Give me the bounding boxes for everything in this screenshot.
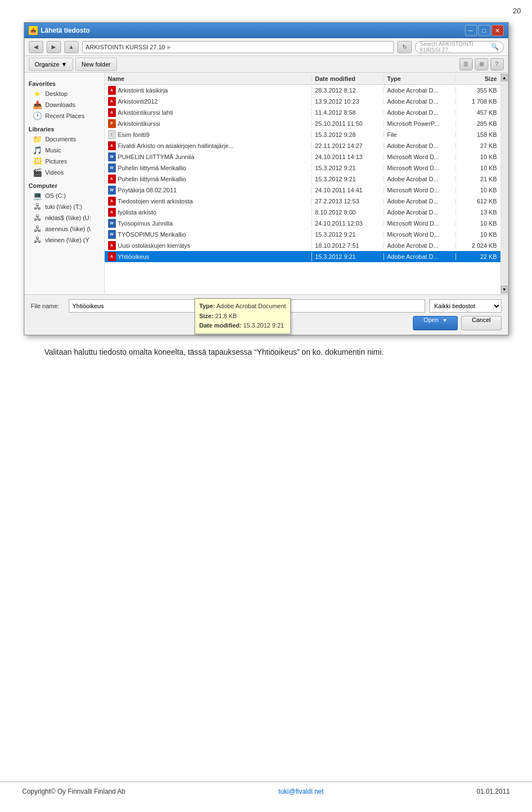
folder-download-icon: 📥 [33,101,42,109]
table-row[interactable]: W PUHELIN LIITTYMÄ Junnila 24.10.2011 14… [105,151,500,162]
table-row[interactable]: W Pöytäkirja 08.02.2011 24.10.2011 14:41… [105,185,500,196]
email-link[interactable]: tuki@fivaldi.net [278,788,324,795]
file-name-text: Arkistointi käsikirja [118,87,168,94]
new-folder-label: New folder [81,61,111,68]
file-date-cell: 24.10.2011 14:41 [312,187,384,193]
file-name-text: Puhelin liittymä Merikallio [118,165,187,171]
sidebar-item-pictures[interactable]: 🖼 Pictures [24,156,104,167]
recent-icon: 🕐 [33,112,42,120]
file-name-text: Fivaldi Arkisto on asiakirjojen hallinta… [118,142,234,149]
filetype-select[interactable]: Kaikki tiedostot [429,299,502,313]
word-icon: W [108,164,116,172]
file-name-cell: A Tiedostojen vienti arkistosta [105,197,312,206]
sidebar-item-recent-places[interactable]: 🕐 Recent Places [24,110,104,121]
table-row[interactable]: A Tiedostojen vienti arkistosta 27.2.201… [105,196,500,207]
table-row[interactable]: W Työsopimus Junnilla 24.10.2011 12:03 M… [105,218,500,229]
file-size-cell: 457 KB [456,109,500,116]
new-folder-button[interactable]: New folder [75,58,117,71]
col-header-name[interactable]: Name [105,75,312,82]
table-row[interactable]: f Esim fontti9 15.3.2012 9:28 File 158 K… [105,129,500,140]
file-icon: f [108,130,116,139]
sidebar: Favorites ★ Desktop 📥 Downloads 🕐 Recent… [24,73,105,294]
file-size-cell: 355 KB [456,87,500,94]
dialog-body: Favorites ★ Desktop 📥 Downloads 🕐 Recent… [24,73,508,294]
file-name-text: Työsopimus Junnilla [118,220,173,227]
file-type-cell: Microsoft Word D... [384,154,456,160]
file-size-cell: 10 KB [456,231,500,238]
table-row[interactable]: W TYÖSOPIMUS Merikallio 15.3.2012 9:21 M… [105,229,500,240]
file-size-cell: 22 KB [456,253,500,260]
file-date-cell: 15.3.2012 9:21 [312,231,384,238]
table-row[interactable]: A Arkistointi käsikirja 28.3.2012 8:12 A… [105,85,500,96]
filename-row: File name: Kaikki tiedostot Type: Adobe … [31,299,502,313]
search-box[interactable]: Search ARKISTOINTI KURSSI 27... 🔍 [415,41,504,53]
file-date-cell: 15.3.2012 9:28 [312,131,384,138]
forward-button[interactable]: ▶ [47,41,61,53]
network-icon: 🖧 [33,214,42,222]
word-icon: W [108,186,116,195]
network-icon: 🖧 [33,203,42,211]
sidebar-item-tuki[interactable]: 🖧 tuki (\\ike) (T:) [24,201,104,212]
file-type-cell: Adobe Acrobat D... [384,142,456,149]
ppt-icon: P [108,119,116,128]
table-row[interactable]: A Uusi ostolaskujen kierrätys 18.10.2012… [105,240,500,251]
col-header-type[interactable]: Type [384,75,456,82]
sidebar-item-music[interactable]: 🎵 Music [24,145,104,156]
view-icons-button[interactable]: ⊞ [475,58,488,70]
file-name-text: Yhtiöoikeus [118,253,150,260]
sidebar-item-documents[interactable]: 📁 Documents [24,134,104,145]
address-bar: ◀ ▶ ▲ ARKISTOINTI KURSSI 27.10 ▶ ↻ Searc… [24,38,508,56]
table-row[interactable]: A Arkistointikurssi lahti 11.4.2012 8:58… [105,107,500,118]
file-list: A Arkistointi käsikirja 28.3.2012 8:12 A… [105,85,500,294]
file-size-cell: 10 KB [456,187,500,193]
tooltip-type: Type: Adobe Acrobat Document [200,302,286,311]
sidebar-item-osc[interactable]: 💻 OS (C:) [24,190,104,201]
file-name-text: Uusi ostolaskujen kierrätys [118,242,191,249]
open-button[interactable]: Open ▼ [413,316,458,330]
address-path[interactable]: ARKISTOINTI KURSSI 27.10 ▶ [82,41,394,53]
refresh-button[interactable]: ↻ [397,41,412,53]
scrollbar[interactable]: ▲ ▼ [500,73,508,294]
file-date-cell: 22.11.2012 14:27 [312,142,384,149]
file-type-cell: Adobe Acrobat D... [384,87,456,94]
table-row[interactable]: A Yhtiöoikeus 15.3.2012 9:21 Adobe Acrob… [105,251,500,262]
file-name-text: Arkistointi2012 [118,98,158,105]
maximize-button[interactable]: □ [478,25,490,36]
table-row[interactable]: A Puhelin liittymä Merikallio 15.3.2012 … [105,173,500,185]
table-row[interactable]: W Puhelin liittymä Merikallio 15.3.2012 … [105,162,500,173]
organize-label: Organize ▼ [35,61,68,68]
sidebar-item-label: niklas$ (\\ike) (U: [45,215,91,221]
col-header-size[interactable]: Size [456,75,500,82]
help-button[interactable]: ? [490,58,504,70]
file-date-cell: 24.10.2011 12:03 [312,220,384,227]
file-size-cell: 21 KB [456,176,500,182]
table-row[interactable]: A työlista arkisto 8.10.2012 8:00 Adobe … [105,207,500,218]
sidebar-item-label: Desktop [45,90,68,97]
table-row[interactable]: A Arkistointi2012 13.9.2012 10:23 Adobe … [105,96,500,107]
favorites-title: Favorites [24,79,104,88]
title-bar-buttons: ─ □ ✕ [465,25,504,36]
col-header-date[interactable]: Date modified [312,75,384,82]
file-date-cell: 8.10.2012 8:00 [312,209,384,216]
sidebar-item-desktop[interactable]: ★ Desktop [24,88,104,99]
file-type-cell: Adobe Acrobat D... [384,98,456,105]
sidebar-item-vleinen[interactable]: 🖧 vleinen (\\ike) (Y [24,234,104,246]
organize-button[interactable]: Organize ▼ [29,58,74,71]
close-button[interactable]: ✕ [492,25,504,36]
sidebar-item-downloads[interactable]: 📥 Downloads [24,99,104,110]
up-button[interactable]: ▲ [64,41,79,53]
view-details-button[interactable]: ☰ [459,58,473,70]
back-button[interactable]: ◀ [29,41,43,53]
table-row[interactable]: A Fivaldi Arkisto on asiakirjojen hallin… [105,140,500,151]
tooltip-popup: Type: Adobe Acrobat Document Size: 21,8 … [195,298,291,334]
file-name-cell: W TYÖSOPIMUS Merikallio [105,230,312,239]
sidebar-item-videos[interactable]: 🎬 Videos [24,167,104,178]
sidebar-item-niklas[interactable]: 🖧 niklas$ (\\ike) (U: [24,212,104,223]
cancel-button[interactable]: Cancel [461,316,501,330]
title-bar: 📤 Lähetä tiedosto ─ □ ✕ [24,23,508,38]
file-name-text: työlista arkisto [118,209,157,216]
table-row[interactable]: P Arkistointikurssi 25.10.2011 11:50 Mic… [105,118,500,129]
minimize-button[interactable]: ─ [465,25,477,36]
sidebar-item-asennus[interactable]: 🖧 asennus (\\ike) (\ [24,223,104,234]
file-size-cell: 10 KB [456,165,500,171]
